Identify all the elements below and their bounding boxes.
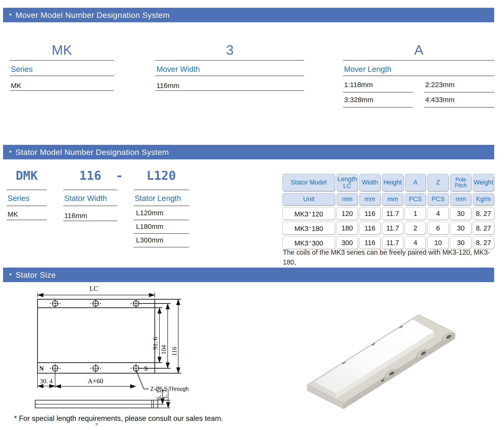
- table-unit-cell: Kg/m: [473, 193, 494, 205]
- table-cell: 30: [450, 207, 471, 220]
- table-cell: 1: [405, 207, 426, 220]
- table-cell: 4: [405, 236, 426, 249]
- table-cell: 11.7: [382, 222, 403, 234]
- stray-mark: o: [96, 422, 98, 426]
- mover-length-option: 4:433mm: [424, 96, 494, 108]
- table-cell-model: MK3-300: [282, 236, 335, 249]
- stator-series-value: MK: [7, 210, 18, 218]
- divider: [10, 90, 114, 91]
- dim-label-116: 116: [171, 347, 178, 356]
- dim-label-11-7: 11. 7: [161, 390, 168, 402]
- table-cell: 2: [405, 222, 426, 234]
- mover-length-option: 3:328mm: [343, 96, 413, 108]
- table-unit-cell: mm: [382, 193, 403, 205]
- divider: [343, 60, 494, 61]
- dim-label-lc: LC: [89, 285, 98, 292]
- table-header-stator-model: Stator Model: [282, 174, 335, 191]
- dim-label-30-4: 30. 4: [40, 378, 53, 385]
- table-unit-cell: mm: [359, 193, 381, 205]
- mount-hole-icon: [50, 299, 139, 308]
- divider: [134, 206, 189, 206]
- section-title-stator: Stator Model Number Designation System: [16, 148, 169, 157]
- stator-series-label: Series: [7, 194, 29, 203]
- stator-width-value: 116mm: [63, 212, 87, 220]
- bullet-icon: •: [9, 10, 12, 19]
- footnote: * For special length requirements, pleas…: [14, 414, 223, 423]
- stator-width-label: Stator Width: [63, 194, 107, 203]
- table-cell: 116: [359, 236, 381, 249]
- stator-dimension-drawing: LC N S 91. 6 104 116 30. 4 A×60 Z-Ø5.5 T…: [13, 283, 196, 424]
- table-cell: 116: [359, 222, 381, 234]
- table-header-weight: Weight: [473, 174, 494, 191]
- divider: [63, 190, 117, 190]
- dim-label-91-6: 91. 6: [152, 337, 159, 350]
- table-header-pole-pitch: Pole Pitch: [450, 174, 471, 191]
- section-header-stator-size: • Stator Size: [3, 268, 494, 282]
- stator-length-options: L120mm L180mm L300mm: [134, 206, 189, 247]
- stator-3d-image: [291, 293, 493, 428]
- divider: [134, 190, 189, 190]
- mover-code-series: MK: [10, 43, 114, 57]
- table-cell: 11.7: [382, 207, 403, 220]
- table-header-width: Width: [359, 174, 381, 191]
- section-title-stator-size: Stator Size: [16, 270, 56, 280]
- pole-label-n: N: [39, 365, 44, 372]
- divider: [7, 206, 47, 206]
- table-unit-cell: mm: [337, 193, 358, 205]
- mover-length-label: Mover Length: [343, 65, 391, 74]
- divider: [7, 190, 47, 190]
- stator-length-option: L120mm: [134, 206, 189, 220]
- mover-width-value: 116mm: [155, 82, 180, 90]
- table-header-length-lc: LengthLC: [337, 174, 358, 191]
- stator-code-length: L120: [134, 169, 189, 182]
- table-unit-cell: PCS: [427, 193, 449, 205]
- divider: [155, 90, 304, 91]
- divider: [10, 75, 114, 76]
- mover-code-width: 3: [155, 43, 304, 57]
- section-header-stator: • Stator Model Number Designation System: [3, 145, 494, 159]
- table-unit-cell: PCS: [405, 193, 426, 205]
- stator-front-view: [37, 299, 155, 373]
- divider: [7, 220, 47, 220]
- stator-code-width: 116: [63, 169, 117, 182]
- stator-length-label: Stator Length: [134, 194, 181, 203]
- bullet-icon: •: [9, 270, 12, 278]
- table-cell-model: MK3-120: [282, 207, 335, 220]
- table-cell: 30: [450, 236, 471, 249]
- mover-series-value: MK: [10, 82, 21, 90]
- mover-series-label: Series: [10, 65, 33, 74]
- table-note-line1: The coils of the MK3 series can be freel…: [283, 247, 499, 267]
- divider: [343, 75, 494, 76]
- table-cell: 300: [337, 236, 358, 249]
- dim-label-104: 104: [160, 345, 167, 355]
- table-unit-cell: Unit: [282, 193, 335, 205]
- divider: [10, 60, 114, 61]
- divider: [155, 75, 304, 76]
- mover-length-option: 2:223mm: [424, 81, 494, 93]
- divider: [63, 221, 117, 221]
- table-cell: 6: [427, 222, 449, 234]
- table-cell: 8. 27: [473, 222, 494, 234]
- table-unit-cell: mm: [450, 193, 471, 205]
- table-header-a: A: [405, 174, 426, 191]
- table-cell: 116: [359, 207, 381, 220]
- table-cell: 120: [337, 207, 358, 220]
- stator-length-option: L300mm: [134, 234, 189, 247]
- stator-code-series: DMK: [7, 169, 47, 182]
- dim-label-a60: A×60: [88, 377, 103, 385]
- table-cell: 4: [427, 207, 449, 220]
- table-cell: 30: [450, 222, 471, 234]
- section-header-mover: • Mover Model Number Designation System: [3, 8, 494, 22]
- bullet-icon: •: [9, 148, 12, 156]
- stator-code-separator: -: [113, 169, 126, 182]
- table-cell-model: MK3-180: [282, 222, 335, 234]
- table-cell: 180: [337, 222, 358, 234]
- divider: [155, 60, 304, 61]
- table-header-z: Z: [427, 174, 449, 191]
- table-cell: 8. 27: [473, 207, 494, 220]
- mover-length-option: 1:118mm: [343, 81, 413, 93]
- divider: [63, 206, 117, 206]
- stator-spec-table: Stator Model LengthLC Width Height A Z P…: [282, 174, 494, 249]
- mover-code-length: A: [343, 43, 494, 57]
- table-cell: 11.7: [382, 236, 403, 249]
